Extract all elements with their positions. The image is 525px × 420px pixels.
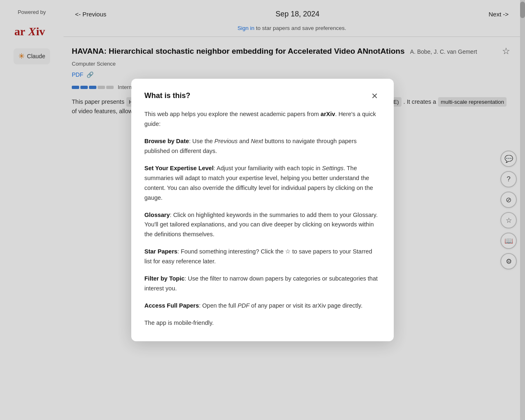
modal: What is this? ✕ This web app helps you e… — [131, 79, 394, 132]
modal-intro: This web app helps you explore the newes… — [144, 110, 381, 129]
modal-close-button[interactable]: ✕ — [369, 91, 381, 101]
modal-overlay[interactable]: What is this? ✕ This web app helps you e… — [0, 0, 525, 132]
modal-header: What is this? ✕ — [144, 90, 381, 101]
modal-body: This web app helps you explore the newes… — [144, 110, 381, 132]
modal-title: What is this? — [144, 90, 190, 101]
